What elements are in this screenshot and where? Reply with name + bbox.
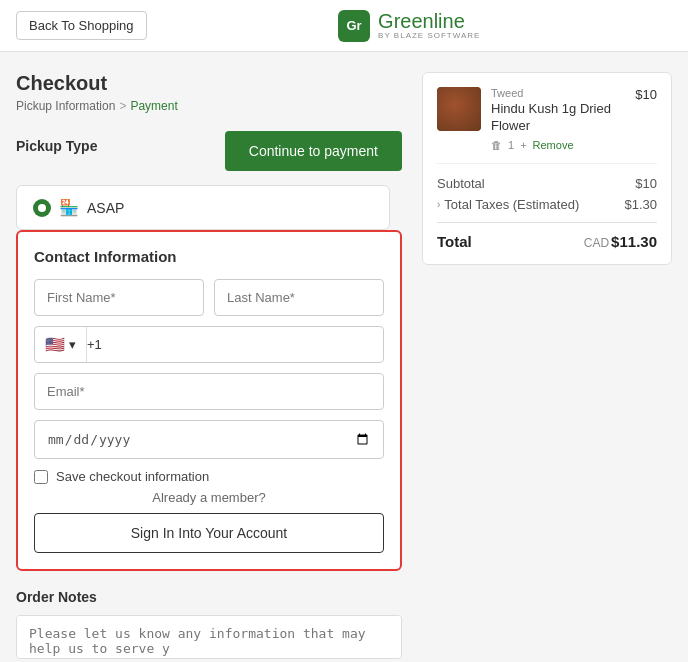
logo-text-group: Greenline BY BLAZE SOFTWARE [378,11,480,40]
save-checkout-label: Save checkout information [56,469,209,484]
breadcrumb: Pickup Information > Payment [16,99,402,113]
chevron-right-icon[interactable]: › [437,199,440,210]
total-row: Total CAD$11.30 [437,222,657,250]
item-qty: 1 [508,139,514,151]
subtotal-value: $10 [635,176,657,191]
taxes-value: $1.30 [624,197,657,212]
breadcrumb-step1: Pickup Information [16,99,115,113]
subtotal-label: Subtotal [437,176,485,191]
total-value: $11.30 [611,233,657,250]
pickup-type-row: Pickup Type Continue to payment [16,131,402,171]
phone-flag-selector[interactable]: 🇺🇸 ▾ [35,327,87,362]
subtotal-row: Subtotal $10 [437,176,657,191]
dob-input[interactable] [34,420,384,459]
save-row: Save checkout information [34,469,384,484]
logo-sub: BY BLAZE SOFTWARE [378,31,480,40]
checkout-title: Checkout [16,72,402,95]
order-item: Tweed Hindu Kush 1g Dried Flower 🗑 1 + R… [437,87,657,164]
total-label: Total [437,233,472,250]
contact-section: Contact Information 🇺🇸 ▾ +1 [16,230,402,571]
phone-code: +1 [87,337,102,352]
logo-name: Greenline [378,11,480,31]
store-icon: 🏪 [59,198,79,217]
chevron-down-icon: ▾ [69,337,76,352]
total-amount: CAD$11.30 [584,233,657,250]
item-image [437,87,481,131]
email-row [34,373,384,410]
left-column: Checkout Pickup Information > Payment Pi… [16,72,402,662]
qty-separator: + [520,139,526,151]
logo-area: Gr Greenline BY BLAZE SOFTWARE [147,10,672,42]
order-notes-label: Order Notes [16,589,402,605]
item-details: Tweed Hindu Kush 1g Dried Flower 🗑 1 + R… [491,87,625,151]
order-notes-input[interactable] [16,615,402,659]
taxes-row: › Total Taxes (Estimated) $1.30 [437,197,657,212]
header-back-button[interactable]: Back To Shopping [16,11,147,40]
save-checkout-checkbox[interactable] [34,470,48,484]
item-qty-row: 🗑 1 + Remove [491,139,625,151]
logo-icon: Gr [338,10,370,42]
item-name: Hindu Kush 1g Dried Flower [491,101,625,135]
last-name-input[interactable] [214,279,384,316]
asap-radio[interactable] [33,199,51,217]
asap-label: ASAP [87,200,124,216]
total-currency: CAD [584,236,609,250]
flag-emoji: 🇺🇸 [45,335,65,354]
breadcrumb-step2: Payment [130,99,177,113]
sign-in-button[interactable]: Sign In Into Your Account [34,513,384,553]
pickup-type-label: Pickup Type [16,138,97,154]
email-input[interactable] [34,373,384,410]
main-layout: Checkout Pickup Information > Payment Pi… [0,52,688,662]
order-summary: Tweed Hindu Kush 1g Dried Flower 🗑 1 + R… [422,72,672,265]
continue-to-payment-button-top[interactable]: Continue to payment [225,131,402,171]
breadcrumb-separator: > [119,99,126,113]
item-brand: Tweed [491,87,625,99]
taxes-label-row: › Total Taxes (Estimated) [437,197,579,212]
asap-option[interactable]: 🏪 ASAP [16,185,390,230]
remove-link[interactable]: Remove [533,139,574,151]
first-name-input[interactable] [34,279,204,316]
contact-title: Contact Information [34,248,384,265]
phone-input[interactable] [102,327,383,362]
already-member-text: Already a member? [34,490,384,505]
order-notes-section: Order Notes [16,589,402,662]
header: Back To Shopping Gr Greenline BY BLAZE S… [0,0,688,52]
name-row [34,279,384,316]
item-price: $10 [635,87,657,102]
dob-row [34,420,384,459]
phone-row: 🇺🇸 ▾ +1 [34,326,384,363]
trash-icon[interactable]: 🗑 [491,139,502,151]
item-image-inner [437,87,481,131]
taxes-label: Total Taxes (Estimated) [444,197,579,212]
